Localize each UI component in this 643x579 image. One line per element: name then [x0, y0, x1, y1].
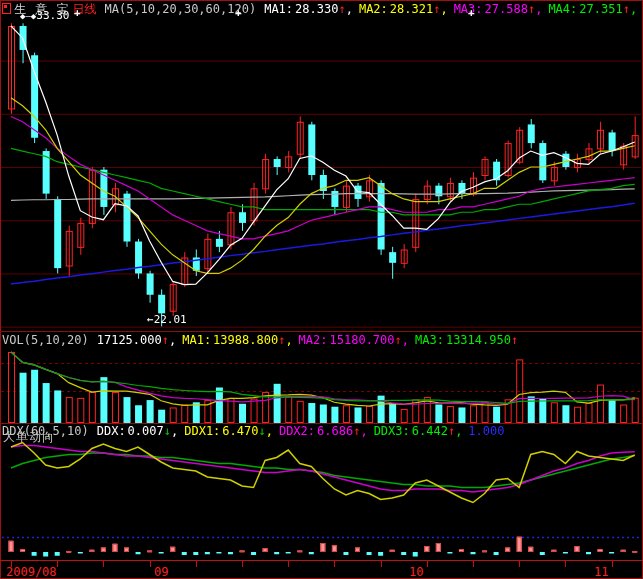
price-high-marker: ◆–◆33.30	[20, 10, 69, 22]
x-axis-tick	[288, 561, 289, 567]
vol-item-1: 17125.000↑,	[97, 333, 177, 347]
vol-values-group: 17125.000↑,MA1:13988.800↑,MA2:15180.700↑…	[97, 333, 524, 347]
x-axis-tick	[196, 561, 197, 567]
price-low-marker: ←22.01	[147, 314, 187, 325]
header-ma-item-1: MA1:28.330↑,	[264, 2, 353, 16]
chart-canvas[interactable]	[0, 0, 643, 560]
ma-values-group: MA1:28.330↑,MA2:28.321↑,MA3:27.588↑,MA4:…	[264, 2, 643, 16]
ddx-header-row: DDX(60,5,10)DDX:0.007↓,DDX1:6.470↓,DDX2:…	[2, 424, 510, 438]
ddx-values-group: DDX:0.007↓,DDX1:6.470↓,DDX2:6.686↑,DDX3:…	[97, 424, 511, 438]
pane-title-big-order-trend: 大单动向	[3, 429, 55, 446]
x-axis-tick	[57, 561, 58, 567]
price-low-value: 22.01	[154, 313, 187, 326]
arrow-left-icon: ←	[147, 313, 154, 326]
ddx-item-4: DDX3:6.442↑,	[374, 424, 463, 438]
x-axis-tick	[242, 561, 243, 567]
arrow-left-icon: ◆–◆	[20, 11, 36, 21]
vol-params-label: VOL(5,10,20)	[2, 333, 89, 347]
header-ma-item-4: MA4:27.351↑,	[548, 2, 637, 16]
crosshair-marker: +	[235, 8, 242, 17]
price-high-value: 33.30	[36, 9, 69, 22]
window-icon[interactable]	[2, 3, 11, 14]
x-axis-tick	[519, 561, 520, 567]
x-axis-label: 09	[154, 565, 168, 579]
vol-item-2: MA1:13988.800↑,	[182, 333, 292, 347]
header-ma-item-3: MA3:27.588↑,	[454, 2, 543, 16]
x-axis-tick	[427, 561, 428, 567]
x-axis-label: 11	[594, 565, 608, 579]
x-axis-tick	[334, 561, 335, 567]
x-axis-tick	[150, 561, 151, 567]
crosshair-marker: +	[468, 8, 475, 17]
vol-item-3: MA2:15180.700↑,	[299, 333, 409, 347]
x-axis-tick	[103, 561, 104, 567]
header-ma-item-2: MA2:28.321↑,	[359, 2, 448, 16]
ddx-item-3: DDX2:6.686↑,	[279, 424, 368, 438]
x-axis-tick	[565, 561, 566, 567]
x-axis-tick	[612, 561, 613, 567]
vol-item-4: MA3:13314.950↑	[415, 333, 518, 347]
x-axis-tick	[381, 561, 382, 567]
x-axis-label: 10	[409, 565, 423, 579]
volume-header-row: VOL(5,10,20)17125.000↑,MA1:13988.800↑,MA…	[2, 333, 524, 347]
x-axis[interactable]: 2009/08091011	[0, 560, 643, 579]
crosshair-marker: +	[74, 8, 81, 17]
ma-params-label: MA(5,10,20,30,60,120)	[104, 2, 256, 16]
ddx-item-2: DDX1:6.470↓,	[184, 424, 273, 438]
x-axis-tick	[473, 561, 474, 567]
ddx-item-5: 1.000	[468, 424, 504, 438]
x-axis-label: 2009/08	[6, 565, 57, 579]
chart-header: 生 意 宝日线MA(5,10,20,30,60,120)MA1:28.330↑,…	[14, 2, 643, 16]
ddx-item-1: DDX:0.007↓,	[97, 424, 179, 438]
stock-chart-window: 生 意 宝日线MA(5,10,20,30,60,120)MA1:28.330↑,…	[0, 0, 643, 579]
